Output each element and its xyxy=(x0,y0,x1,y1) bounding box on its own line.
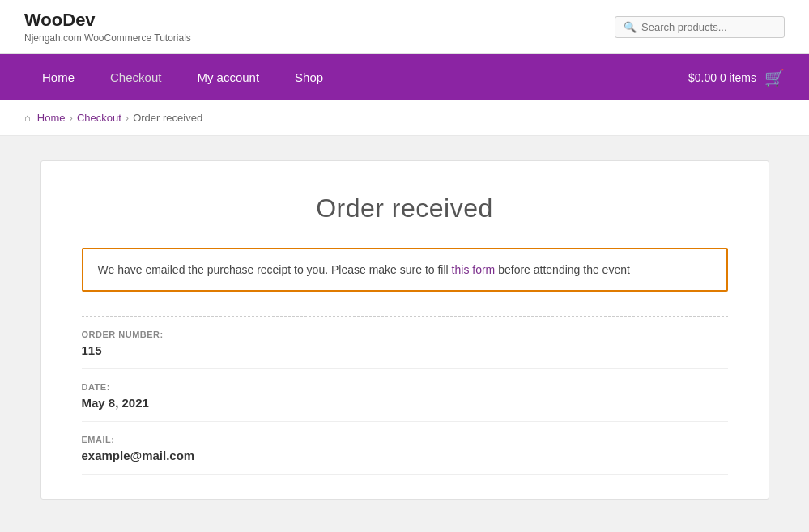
order-detail-email: EMAIL: example@mail.com xyxy=(82,422,728,475)
order-email-value: example@mail.com xyxy=(82,449,728,462)
nav-item-shop[interactable]: Shop xyxy=(277,54,341,100)
order-card: Order received We have emailed the purch… xyxy=(40,160,769,500)
order-date-label: DATE: xyxy=(82,382,728,392)
page-title: Order received xyxy=(82,194,728,223)
notice-text: We have emailed the purchase receipt to … xyxy=(98,263,452,276)
main-content: Order received We have emailed the purch… xyxy=(24,160,786,500)
nav-links: Home Checkout My account Shop xyxy=(24,54,341,100)
nav-item-home[interactable]: Home xyxy=(24,54,92,100)
site-header: WooDev Njengah.com WooCommerce Tutorials… xyxy=(0,0,809,54)
nav-link-checkout[interactable]: Checkout xyxy=(92,54,179,100)
nav-link-home[interactable]: Home xyxy=(24,54,92,100)
order-details: ORDER NUMBER: 115 DATE: May 8, 2021 EMAI… xyxy=(82,316,728,475)
order-date-value: May 8, 2021 xyxy=(82,396,728,410)
site-navigation: Home Checkout My account Shop $0.00 0 it… xyxy=(0,54,809,100)
notice-box: We have emailed the purchase receipt to … xyxy=(82,248,728,292)
order-detail-date: DATE: May 8, 2021 xyxy=(82,369,728,422)
breadcrumb-checkout[interactable]: Checkout xyxy=(77,112,121,124)
nav-link-shop[interactable]: Shop xyxy=(277,54,341,100)
order-email-label: EMAIL: xyxy=(82,435,728,445)
order-number-value: 115 xyxy=(82,343,728,357)
search-input[interactable] xyxy=(641,21,776,33)
cart-area: $0.00 0 items 🛒 xyxy=(688,68,785,87)
nav-link-myaccount[interactable]: My account xyxy=(179,54,277,100)
search-icon: 🔍 xyxy=(624,21,637,33)
cart-icon[interactable]: 🛒 xyxy=(764,68,785,87)
home-icon: ⌂ xyxy=(24,112,31,124)
breadcrumb-current: Order received xyxy=(133,112,202,124)
nav-item-checkout[interactable]: Checkout xyxy=(92,54,179,100)
breadcrumb-sep-1: › xyxy=(70,112,73,124)
search-form[interactable]: 🔍 xyxy=(615,16,785,38)
site-tagline: Njengah.com WooCommerce Tutorials xyxy=(24,32,191,44)
nav-item-myaccount[interactable]: My account xyxy=(179,54,277,100)
breadcrumb-home[interactable]: Home xyxy=(37,112,66,124)
cart-total: $0.00 0 items xyxy=(688,71,756,84)
breadcrumb: ⌂ Home › Checkout › Order received xyxy=(0,100,809,136)
breadcrumb-sep-2: › xyxy=(126,112,129,124)
site-branding: WooDev Njengah.com WooCommerce Tutorials xyxy=(24,10,191,44)
order-number-label: ORDER NUMBER: xyxy=(82,330,728,339)
notice-link[interactable]: this form xyxy=(452,263,496,276)
site-title: WooDev xyxy=(24,10,191,31)
order-detail-number: ORDER NUMBER: 115 xyxy=(82,317,728,369)
notice-end: before attending the event xyxy=(495,263,630,276)
